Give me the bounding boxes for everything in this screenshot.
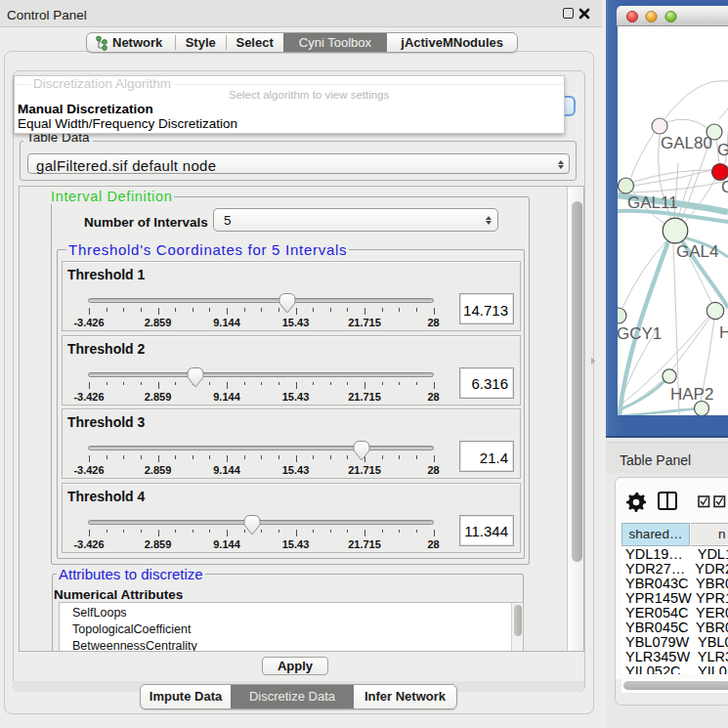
svg-text:GAL4: GAL4: [676, 242, 718, 261]
svg-text:GAL80: GAL80: [661, 134, 712, 152]
svg-text:GCY1: GCY1: [618, 324, 662, 343]
svg-text:GAL11: GAL11: [627, 193, 678, 212]
svg-text:C: C: [721, 178, 728, 196]
svg-text:H: H: [719, 323, 728, 342]
svg-text:GA: GA: [717, 141, 728, 159]
svg-text:HAP2: HAP2: [670, 385, 713, 404]
